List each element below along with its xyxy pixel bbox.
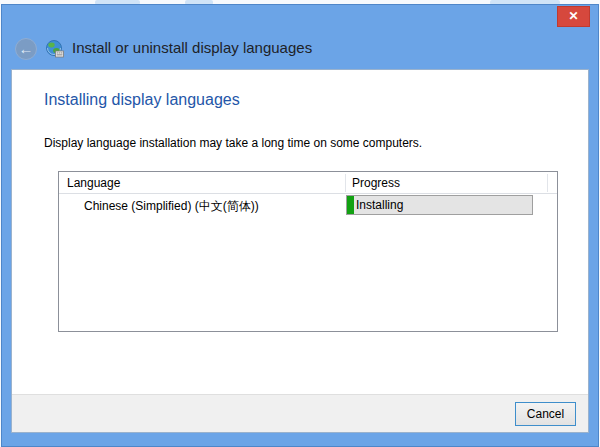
column-divider (547, 174, 548, 192)
table-row[interactable]: Chinese (Simplified) (中文(简体)) Installing (59, 194, 557, 216)
window-caption: Install or uninstall display languages (72, 39, 312, 56)
description-text: Display language installation may take a… (44, 136, 422, 150)
progress-fill (347, 196, 354, 214)
close-button[interactable]: ✕ (557, 6, 590, 27)
display-language-globe-icon (46, 40, 64, 58)
wizard-window: ✕ ← Install or uninstall display languag… (1, 4, 599, 447)
content-panel: Installing display languages Display lan… (11, 69, 589, 433)
footer-bar: Cancel (12, 394, 588, 432)
close-icon: ✕ (568, 9, 578, 23)
page-title: Installing display languages (44, 91, 240, 109)
list-header: Language Progress (59, 172, 557, 194)
column-header-language[interactable]: Language (67, 176, 120, 190)
install-progress-bar: Installing (346, 195, 533, 215)
language-progress-list[interactable]: Language Progress Chinese (Simplified) (… (58, 171, 558, 332)
back-arrow-icon: ← (19, 40, 34, 57)
column-divider (345, 174, 346, 192)
navigation-bar: ← Install or uninstall display languages (2, 35, 598, 67)
progress-status-text: Installing (356, 198, 403, 212)
cancel-button[interactable]: Cancel (515, 402, 576, 426)
back-button[interactable]: ← (15, 38, 37, 60)
language-name-cell: Chinese (Simplified) (中文(简体)) (84, 198, 259, 215)
column-header-progress[interactable]: Progress (352, 176, 400, 190)
